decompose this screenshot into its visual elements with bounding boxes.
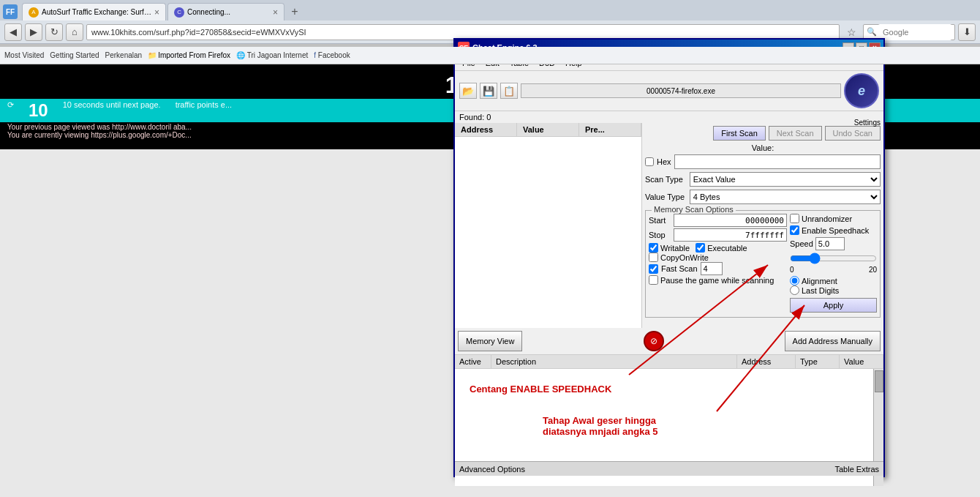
status-right[interactable]: Table Extras bbox=[834, 465, 879, 474]
hex-checkbox[interactable] bbox=[645, 157, 654, 166]
results-body bbox=[455, 137, 641, 328]
bookmark-facebook[interactable]: f Facebook bbox=[314, 51, 350, 59]
scrollbar-thumb bbox=[875, 370, 883, 392]
memory-view-button[interactable]: Memory View bbox=[458, 331, 522, 351]
tab-1[interactable]: A AutoSurf Traffic Exchange: Surf Panel … bbox=[22, 3, 166, 20]
apply-button[interactable]: Apply bbox=[790, 298, 877, 313]
undo-scan-button[interactable]: Undo Scan bbox=[825, 126, 881, 141]
add-address-button[interactable]: Add Address Manually bbox=[785, 331, 881, 351]
cheat-engine-window: CE Cheat Engine 6.3 _ □ × File Edit Tabl… bbox=[453, 38, 885, 477]
executable-label: Executable bbox=[707, 244, 747, 253]
bookmark-most-visited[interactable]: Most Visited bbox=[4, 51, 44, 59]
toolbar-save[interactable]: 📋 bbox=[500, 83, 518, 99]
hex-row: Hex bbox=[645, 154, 881, 169]
search-engine-icon: 🔍 bbox=[867, 27, 877, 37]
toolbar-open-process[interactable]: 📂 bbox=[459, 83, 477, 99]
speed-slider[interactable] bbox=[790, 253, 877, 264]
enable-speedhack-label: Enable Speedhack bbox=[802, 226, 869, 235]
bookmark-imported[interactable]: 📁 Imported From Firefox bbox=[148, 51, 230, 59]
enable-speedhack-checkbox[interactable] bbox=[790, 225, 799, 235]
slider-container: 0 20 bbox=[790, 253, 877, 274]
start-input[interactable] bbox=[674, 214, 787, 227]
hex-label: Hex bbox=[657, 157, 671, 166]
memory-scan-title: Memory Scan Options bbox=[652, 205, 736, 214]
copy-on-write-row: CopyOnWrite bbox=[649, 253, 787, 262]
stop-label: Stop bbox=[649, 231, 671, 239]
value-type-row: Value Type 1 Byte 2 Bytes 4 Bytes 8 Byte… bbox=[645, 190, 881, 204]
executable-item: Executable bbox=[696, 243, 747, 253]
reload-button[interactable]: ↻ bbox=[45, 23, 63, 41]
downloads-button[interactable]: ⬇ bbox=[958, 23, 976, 41]
status-left[interactable]: Advanced Options bbox=[459, 465, 525, 474]
bookmark-getting-started[interactable]: Getting Started bbox=[50, 51, 99, 59]
ce-bottom-buttons: Memory View ⊘ Add Address Manually bbox=[455, 328, 883, 354]
slider-labels: 0 20 bbox=[790, 266, 877, 274]
next-scan-button[interactable]: Next Scan bbox=[769, 126, 822, 141]
unrandomizer-item: Unrandomizer bbox=[790, 214, 877, 223]
stop-scan-button[interactable]: ⊘ bbox=[644, 331, 664, 351]
browser-chrome: FF A AutoSurf Traffic Exchange: Surf Pan… bbox=[0, 0, 980, 44]
scan-type-label: Scan Type bbox=[645, 175, 687, 184]
fast-scan-row: Fast Scan bbox=[649, 262, 787, 275]
copy-on-write-checkbox[interactable] bbox=[649, 253, 658, 262]
col-address: Address bbox=[737, 355, 796, 368]
new-tab-button[interactable]: + bbox=[286, 3, 304, 20]
tab-2[interactable]: C Connecting... × bbox=[167, 3, 284, 20]
alignment-radio[interactable] bbox=[790, 276, 799, 285]
speed-row: Speed bbox=[790, 237, 877, 250]
tab-bar: FF A AutoSurf Traffic Exchange: Surf Pan… bbox=[0, 0, 980, 20]
pause-row: Pause the game while scanning bbox=[649, 275, 787, 285]
first-scan-button[interactable]: First Scan bbox=[713, 126, 766, 141]
annotation-slider: Tahap Awal geser hingga diatasnya mnjadi… bbox=[455, 409, 873, 437]
bookmark-tri[interactable]: 🌐 Tri Jagoan Internet bbox=[236, 51, 308, 59]
fast-scan-input[interactable] bbox=[701, 262, 723, 275]
enable-speedhack-item: Enable Speedhack bbox=[790, 225, 877, 235]
speed-label: Speed bbox=[790, 239, 813, 248]
browser-icon: FF bbox=[3, 4, 18, 19]
toolbar-load[interactable]: 💾 bbox=[480, 83, 497, 99]
tab-1-label: AutoSurf Traffic Exchange: Surf Panel | … bbox=[42, 8, 151, 16]
search-input[interactable] bbox=[878, 24, 951, 40]
tab-2-close[interactable]: × bbox=[273, 7, 278, 18]
value-label: Value: bbox=[645, 143, 881, 152]
copy-on-write-label: CopyOnWrite bbox=[660, 253, 709, 262]
scan-type-select[interactable]: Exact Value Bigger than... Smaller than.… bbox=[690, 172, 881, 187]
settings-label[interactable]: Settings bbox=[854, 119, 881, 127]
alignment-label: Alignment bbox=[802, 277, 837, 285]
executable-checkbox[interactable] bbox=[696, 243, 705, 253]
value-input[interactable] bbox=[674, 154, 881, 169]
annotation-speedhack: Centang ENABLE SPEEDHACK bbox=[455, 369, 873, 409]
tab-1-close[interactable]: × bbox=[154, 7, 159, 18]
found-label: Found: 0 bbox=[459, 113, 491, 122]
forward-button[interactable]: ▶ bbox=[25, 23, 42, 41]
ce-right-panel: First Scan Next Scan Undo Scan Value: He… bbox=[642, 123, 883, 328]
tab-icon-1: A bbox=[29, 7, 39, 18]
memory-scan-left: Start Stop Writable bbox=[649, 214, 787, 313]
pause-checkbox[interactable] bbox=[649, 275, 658, 285]
alignment-item: Alignment bbox=[790, 276, 877, 285]
bookmark-perkenalan[interactable]: Perkenalan bbox=[105, 51, 143, 59]
unrandomizer-checkbox[interactable] bbox=[790, 214, 799, 223]
fast-scan-label: Fast Scan bbox=[661, 264, 698, 273]
col-description: Description bbox=[491, 355, 737, 368]
speed-input[interactable] bbox=[815, 237, 845, 250]
tri-icon: 🌐 bbox=[236, 51, 245, 59]
pause-item: Pause the game while scanning bbox=[649, 275, 774, 285]
col-value: Value bbox=[517, 123, 579, 136]
slider-max: 20 bbox=[869, 266, 877, 274]
ce-status-bar: Advanced Options Table Extras bbox=[455, 461, 883, 476]
value-type-select[interactable]: 1 Byte 2 Bytes 4 Bytes 8 Bytes bbox=[690, 190, 881, 204]
fast-scan-checkbox[interactable] bbox=[649, 264, 658, 274]
folder-icon: 📁 bbox=[148, 51, 157, 59]
process-display: 00000574-firefox.exe bbox=[521, 83, 841, 98]
timer-icon: ⟳ bbox=[7, 100, 14, 121]
right-options: Unrandomizer Enable Speedhack Speed bbox=[790, 214, 877, 313]
stop-input[interactable] bbox=[674, 228, 787, 242]
ce-results-panel: Address Value Pre... bbox=[455, 123, 642, 328]
home-button[interactable]: ⌂ bbox=[66, 23, 83, 41]
back-button[interactable]: ◀ bbox=[4, 23, 22, 41]
memory-scan-layout: Start Stop Writable bbox=[649, 214, 877, 313]
writable-checkbox[interactable] bbox=[649, 243, 658, 253]
col-active: Active bbox=[455, 355, 491, 368]
last-digits-radio[interactable] bbox=[790, 285, 799, 295]
